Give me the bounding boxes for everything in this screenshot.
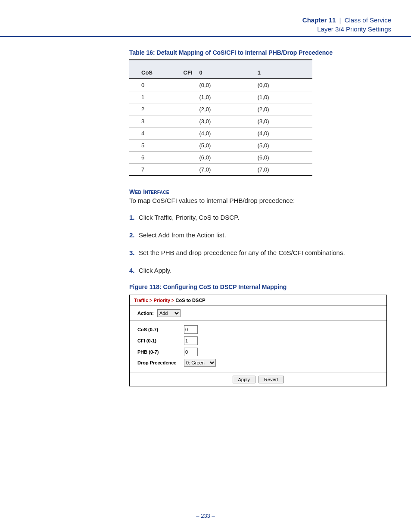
revert-button[interactable]: Revert <box>258 376 283 383</box>
step-item: 3.Set the PHB and drop precedence for an… <box>129 248 392 257</box>
step-item: 1.Click Traffic, Priority, CoS to DSCP. <box>129 213 392 222</box>
table-row: 6(6,0)(6,0) <box>129 152 312 164</box>
cell-c0: (4,0) <box>196 128 254 140</box>
drop-label: Drop Precedence <box>137 360 181 365</box>
cell-blank <box>180 128 196 140</box>
intro-text: To map CoS/CFI values to internal PHB/dr… <box>129 196 392 205</box>
cell-c1: (3,0) <box>254 115 312 128</box>
cell-c0: (1,0) <box>196 91 254 103</box>
cos-input[interactable] <box>184 325 198 334</box>
cell-blank <box>180 91 196 103</box>
phb-label: PHB (0-7) <box>137 349 181 355</box>
steps-list: 1.Click Traffic, Priority, CoS to DSCP.2… <box>129 213 392 275</box>
cell-c1: (1,0) <box>254 91 312 103</box>
cell-cos: 4 <box>129 128 180 140</box>
cell-cos: 1 <box>129 91 180 103</box>
th-cos: x CoS <box>129 60 180 79</box>
header-separator: | <box>339 16 341 24</box>
cell-blank <box>180 152 196 164</box>
action-row: Action: Add <box>130 306 386 321</box>
action-label: Action: <box>137 311 154 316</box>
step-item: 4.Click Apply. <box>129 266 392 275</box>
step-item: 2.Select Add from the Action list. <box>129 230 392 240</box>
cell-c1: (7,0) <box>254 164 312 176</box>
cell-blank <box>180 79 196 91</box>
cfi-input[interactable] <box>184 336 198 345</box>
th-col-1: 1 <box>254 60 312 79</box>
table-row: 7(7,0)(7,0) <box>129 164 312 176</box>
breadcrumb-path: Traffic > Priority > <box>134 298 174 303</box>
cell-blank <box>180 164 196 176</box>
config-panel: Traffic > Priority > CoS to DSCP Action:… <box>129 295 387 386</box>
cell-cos: 2 <box>129 103 180 115</box>
chapter-subtitle: Layer 3/4 Priority Settings <box>0 25 391 34</box>
breadcrumb: Traffic > Priority > CoS to DSCP <box>130 295 386 306</box>
chapter-title: Class of Service <box>345 16 391 24</box>
cell-blank <box>180 115 196 128</box>
cos-label: CoS (0-7) <box>137 327 181 332</box>
page-number: – 233 – <box>0 513 411 519</box>
table-caption: Table 16: Default Mapping of CoS/CFI to … <box>129 49 392 56</box>
cell-c1: (4,0) <box>254 128 312 140</box>
cell-c1: (5,0) <box>254 140 312 152</box>
cell-c0: (3,0) <box>196 115 254 128</box>
chapter-label: Chapter 11 <box>302 16 336 24</box>
cell-c0: (5,0) <box>196 140 254 152</box>
apply-button[interactable]: Apply <box>233 376 256 383</box>
figure-caption: Figure 118: Configuring CoS to DSCP Inte… <box>129 283 392 290</box>
cell-cos: 6 <box>129 152 180 164</box>
cell-c0: (7,0) <box>196 164 254 176</box>
cell-cos: 3 <box>129 115 180 128</box>
section-heading: Web Interface <box>129 188 392 195</box>
cell-cos: 0 <box>129 79 180 91</box>
cell-cos: 5 <box>129 140 180 152</box>
table-row: 5(5,0)(5,0) <box>129 140 312 152</box>
table-row: 4(4,0)(4,0) <box>129 128 312 140</box>
cell-blank <box>180 140 196 152</box>
cfi-label: CFI (0-1) <box>137 338 181 343</box>
cell-c0: (6,0) <box>196 152 254 164</box>
cell-cos: 7 <box>129 164 180 176</box>
phb-input[interactable] <box>184 348 198 356</box>
page-header: Chapter 11 | Class of Service Layer 3/4 … <box>0 0 411 37</box>
cell-c0: (0,0) <box>196 79 254 91</box>
action-select[interactable]: Add <box>157 309 181 317</box>
cell-c1: (6,0) <box>254 152 312 164</box>
table-row: 0(0,0)(0,0) <box>129 79 312 91</box>
breadcrumb-current: CoS to DSCP <box>176 298 206 303</box>
table-row: 1(1,0)(1,0) <box>129 91 312 103</box>
cell-blank <box>180 103 196 115</box>
drop-select[interactable]: 0: Green <box>184 359 216 367</box>
cell-c0: (2,0) <box>196 103 254 115</box>
th-col-0: 0 <box>196 60 254 79</box>
cos-cfi-table: x CoS CFI 0 1 0(0,0)(0,0)1(1,0)(1,0)2(2,… <box>129 59 312 176</box>
table-row: 3(3,0)(3,0) <box>129 115 312 128</box>
cell-c1: (0,0) <box>254 79 312 91</box>
th-cfi: CFI <box>180 60 196 79</box>
table-row: 2(2,0)(2,0) <box>129 103 312 115</box>
cell-c1: (2,0) <box>254 103 312 115</box>
